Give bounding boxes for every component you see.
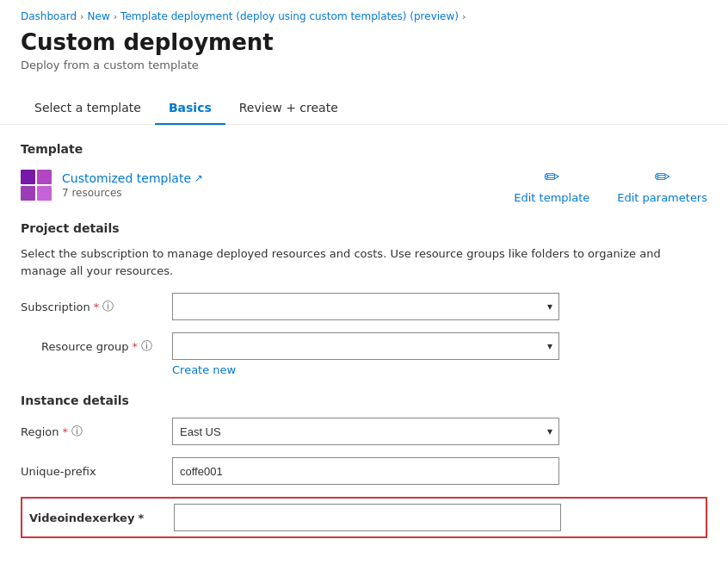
project-details-title: Project details [21, 221, 707, 235]
tabs-container: Select a template Basics Review + create [0, 92, 728, 125]
resource-group-label: Resource group * ⓘ [41, 338, 158, 354]
breadcrumb-deployment[interactable]: Template deployment (deploy using custom… [120, 10, 459, 22]
icon-sq1 [21, 170, 35, 184]
breadcrumb-sep-1: › [80, 11, 83, 22]
tab-review-create[interactable]: Review + create [225, 92, 352, 125]
breadcrumb-sep-3: › [462, 11, 466, 22]
template-name-link[interactable]: Customized template ↗ [62, 171, 203, 185]
instance-details-title: Instance details [21, 394, 707, 407]
unique-prefix-input[interactable] [172, 457, 559, 485]
template-info: Customized template ↗ 7 resources [21, 170, 203, 201]
tab-basics[interactable]: Basics [155, 92, 225, 125]
resource-group-info-icon[interactable]: ⓘ [141, 338, 152, 354]
template-section-title: Template [21, 142, 707, 156]
region-select[interactable]: East US West US West Europe Southeast As… [172, 418, 559, 445]
subscription-select[interactable] [172, 293, 559, 320]
icon-sq2 [37, 170, 52, 184]
page-header: Custom deployment Deploy from a custom t… [0, 29, 728, 85]
videoindexerkey-control [174, 504, 561, 531]
instance-details-section: Instance details Region * ⓘ East US West… [21, 394, 707, 538]
videoindexerkey-row: Videoindexerkey * [21, 497, 707, 538]
template-resources: 7 resources [62, 187, 203, 199]
breadcrumb-sep-2: › [114, 11, 117, 22]
tab-select-template[interactable]: Select a template [21, 92, 155, 125]
resource-group-required: * [133, 340, 139, 353]
unique-prefix-control [172, 457, 559, 485]
unique-prefix-label: Unique-prefix [21, 465, 158, 478]
region-required: * [63, 425, 69, 438]
template-row: Customized template ↗ 7 resources ✏ Edit… [21, 166, 707, 204]
region-control: East US West US West Europe Southeast As… [172, 418, 559, 445]
main-content: Template Customized template ↗ 7 resourc… [0, 125, 728, 564]
edit-template-label: Edit template [514, 191, 589, 204]
template-text: Customized template ↗ 7 resources [62, 171, 203, 199]
subscription-required: * [94, 301, 100, 313]
edit-parameters-icon: ✏ [654, 166, 669, 188]
resource-group-row: Resource group * ⓘ ▾ [21, 332, 707, 360]
template-section: Template Customized template ↗ 7 resourc… [21, 142, 707, 204]
edit-parameters-button[interactable]: ✏ Edit parameters [617, 166, 707, 204]
edit-template-icon: ✏ [544, 166, 559, 188]
template-icon [21, 170, 52, 201]
unique-prefix-row: Unique-prefix [21, 457, 707, 485]
videoindexerkey-required: * [138, 511, 144, 524]
project-details-section: Project details Select the subscription … [21, 221, 707, 376]
external-link-icon: ↗ [194, 172, 203, 184]
subscription-control: ▾ [172, 293, 559, 320]
subscription-row: Subscription * ⓘ ▾ [21, 293, 707, 320]
create-new-link[interactable]: Create new [172, 363, 707, 376]
edit-template-button[interactable]: ✏ Edit template [514, 166, 589, 204]
region-info-icon[interactable]: ⓘ [71, 424, 83, 439]
videoindexerkey-label: Videoindexerkey * [29, 511, 160, 524]
project-details-description: Select the subscription to manage deploy… [21, 245, 707, 279]
resource-group-select-wrapper: ▾ [172, 332, 559, 360]
subscription-label: Subscription * ⓘ [21, 299, 158, 314]
icon-sq4 [37, 186, 52, 201]
region-select-wrapper: East US West US West Europe Southeast As… [172, 418, 559, 445]
page-subtitle: Deploy from a custom template [21, 59, 707, 71]
breadcrumb: Dashboard › New › Template deployment (d… [0, 0, 728, 29]
breadcrumb-dashboard[interactable]: Dashboard [21, 10, 77, 22]
breadcrumb-new[interactable]: New [88, 10, 110, 22]
subscription-info-icon[interactable]: ⓘ [102, 299, 114, 314]
videoindexerkey-input[interactable] [174, 504, 561, 531]
region-row: Region * ⓘ East US West US West Europe S… [21, 418, 707, 445]
resource-group-select[interactable] [172, 332, 559, 360]
template-actions: ✏ Edit template ✏ Edit parameters [514, 166, 707, 204]
subscription-select-wrapper: ▾ [172, 293, 559, 320]
icon-sq3 [21, 186, 35, 201]
resource-group-control: ▾ [172, 332, 559, 360]
edit-parameters-label: Edit parameters [617, 191, 707, 204]
page-title: Custom deployment [21, 29, 707, 55]
region-label: Region * ⓘ [21, 424, 158, 439]
